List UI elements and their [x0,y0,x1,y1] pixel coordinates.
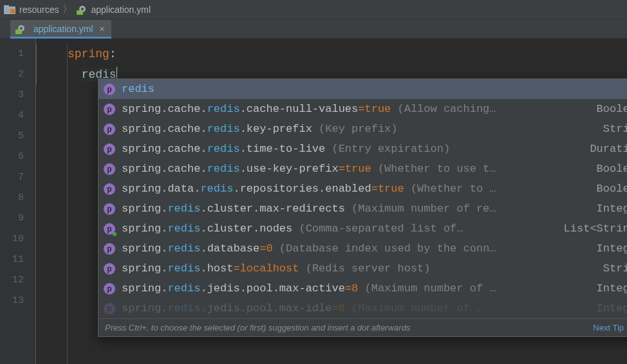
property-icon: p [104,84,115,95]
autocomplete-popup[interactable]: predispspring.cache.redis.cache-null-val… [98,78,627,337]
autocomplete-type: Boolean [597,183,627,195]
line-number: 10 [0,229,35,250]
breadcrumb-file[interactable]: application.yml [91,5,151,15]
autocomplete-item[interactable]: pspring.cache.redis.time-to-live (Entry … [98,139,627,159]
line-number: 7 [0,167,35,188]
autocomplete-text: spring.redis.jedis.pool.max-idle=8 (Maxi… [122,302,584,314]
property-icon: p [104,104,115,115]
line-number: 6 [0,147,35,167]
line-number: 11 [0,250,35,270]
autocomplete-item[interactable]: pspring.redis.jedis.pool.max-active=8 (M… [98,278,627,298]
popup-next-tip[interactable]: Next Tip [593,323,624,332]
yml-file-icon [15,24,26,34]
close-icon[interactable]: × [100,24,105,34]
autocomplete-item[interactable]: pspring.redis.cluster.max-redirects (Max… [98,199,627,219]
autocomplete-text: spring.cache.redis.cache-null-values=tru… [122,103,584,115]
svg-rect-5 [77,10,83,15]
svg-point-7 [20,27,23,30]
autocomplete-type: String [603,123,627,135]
breadcrumb: resources 〉 application.yml [0,0,627,19]
yml-file-icon [77,5,87,15]
property-icon: p [104,183,115,195]
breadcrumb-separator-icon: 〉 [62,3,73,16]
autocomplete-text: spring.redis.cluster.max-redirects (Maxi… [122,203,584,215]
line-number: 13 [0,291,35,311]
property-icon: p [104,203,115,215]
autocomplete-text: spring.redis.jedis.pool.max-active=8 (Ma… [122,282,584,295]
autocomplete-type: Integer [597,203,627,215]
autocomplete-text: spring.redis.database=0 (Database index … [122,242,584,255]
line-number: 2 [0,64,35,85]
breadcrumb-folder[interactable]: resources [19,5,59,15]
line-number: 5 [0,126,35,147]
line-number: 4 [0,105,35,126]
autocomplete-item[interactable]: pspring.redis.host=localhost (Redis serv… [98,259,627,278]
autocomplete-item[interactable]: pspring.data.redis.repositories.enabled=… [98,179,627,199]
property-icon: p [104,243,115,255]
autocomplete-text: spring.cache.redis.use-key-prefix=true (… [122,163,584,175]
indent-guide [67,44,68,364]
autocomplete-type: Integer [597,302,627,314]
autocomplete-item[interactable]: pspring.cache.redis.cache-null-values=tr… [98,99,627,119]
tab-bar: application.yml × [0,19,627,39]
autocomplete-item[interactable]: pspring.redis.cluster.nodes (Comma-separ… [98,219,627,239]
property-icon: p [104,123,115,135]
property-icon: p [104,223,115,235]
autocomplete-text: spring.redis.host=localhost (Redis serve… [122,262,590,275]
tab-application-yml[interactable]: application.yml × [10,20,111,38]
line-number: 1 [0,44,35,64]
line-number: 9 [0,208,35,229]
tab-label: application.yml [33,24,93,34]
property-icon: p [104,263,115,275]
editor[interactable]: 12345678910111213 spring: redis predisps… [0,39,627,364]
autocomplete-text: spring.data.redis.repositories.enabled=t… [122,183,584,195]
autocomplete-item[interactable]: predis [98,79,627,99]
autocomplete-text: redis [122,83,627,95]
svg-rect-2 [10,9,15,14]
autocomplete-type: List<String> [564,223,627,235]
property-icon: p [104,283,115,295]
autocomplete-item[interactable]: pspring.cache.redis.use-key-prefix=true … [98,159,627,179]
autocomplete-item[interactable]: pspring.redis.jedis.pool.max-idle=8 (Max… [98,298,627,318]
code-line-1: spring: [36,44,627,64]
svg-rect-8 [15,30,22,34]
autocomplete-item[interactable]: pspring.redis.database=0 (Database index… [98,239,627,259]
gutter: 12345678910111213 [0,39,36,364]
autocomplete-text: spring.cache.redis.key-prefix (Key prefi… [122,123,590,135]
autocomplete-type: Integer [597,282,627,295]
line-number: 3 [0,85,35,105]
popup-hint: Press Ctrl+. to choose the selected (or … [105,323,586,332]
property-icon: p [104,163,115,175]
autocomplete-type: Duration [590,143,627,155]
autocomplete-text: spring.cache.redis.time-to-live (Entry e… [122,143,577,155]
property-icon: p [104,303,115,314]
autocomplete-type: Boolean [597,163,627,175]
yaml-colon: : [109,48,117,60]
svg-rect-1 [4,5,9,8]
autocomplete-type: Boolean [597,103,627,115]
autocomplete-type: String [603,262,627,275]
autocomplete-type: Integer [597,242,627,255]
line-number: 8 [0,188,35,208]
yaml-key: spring [68,48,109,60]
popup-footer: Press Ctrl+. to choose the selected (or … [98,318,627,336]
property-icon: p [104,143,115,155]
resources-folder-icon [4,5,15,14]
autocomplete-item[interactable]: pspring.cache.redis.key-prefix (Key pref… [98,119,627,139]
code-area[interactable]: spring: redis predispspring.cache.redis.… [36,39,627,364]
line-number: 12 [0,270,35,291]
svg-point-4 [81,8,84,10]
autocomplete-text: spring.redis.cluster.nodes (Comma-separa… [122,223,551,235]
